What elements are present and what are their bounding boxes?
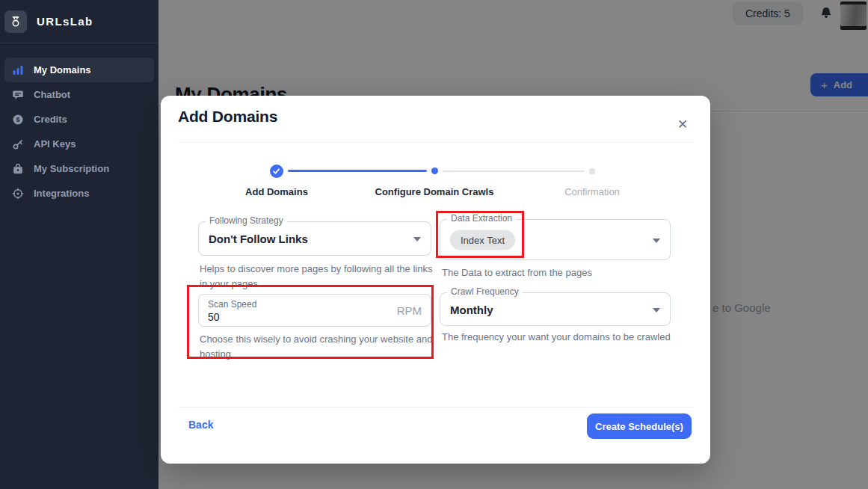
step-active-dot — [431, 167, 438, 174]
chat-icon — [12, 89, 24, 101]
data-extraction-highlight-box — [436, 211, 524, 258]
sidebar-item-label: My Domains — [34, 64, 91, 76]
step-upcoming-dot — [589, 168, 595, 174]
modal-title-divider — [179, 142, 692, 143]
sidebar-item-my-subscription[interactable]: My Subscription — [4, 156, 154, 181]
integrations-gear-icon — [12, 188, 24, 200]
step-label-confirmation: Confirmation — [532, 186, 652, 200]
sidebar-item-label: Credits — [34, 114, 67, 125]
step-label-configure-domain-crawls: Configure Domain Crawls — [352, 186, 517, 200]
bar-chart-icon — [12, 64, 24, 76]
crawl-frequency-value: Monthly — [450, 303, 493, 316]
scan-speed-highlight-box — [187, 285, 434, 359]
modal-title: Add Domains — [178, 108, 277, 126]
close-icon[interactable]: ✕ — [674, 115, 692, 133]
chevron-down-icon — [653, 239, 660, 243]
following-strategy-label: Following Strategy — [206, 215, 287, 226]
crawl-frequency-help: The frequency your want your domains to … — [442, 330, 673, 345]
stepper-connector-idle — [443, 170, 585, 172]
sidebar-item-chatbot[interactable]: Chatbot — [4, 82, 154, 107]
subscription-bag-icon — [12, 163, 24, 175]
sidebar-item-credits[interactable]: $ Credits — [4, 107, 154, 132]
chevron-down-icon — [653, 308, 660, 313]
sidebar-nav: My Domains Chatbot $ Credits API Keys My… — [0, 43, 158, 206]
sidebar-item-integrations[interactable]: Integrations — [4, 181, 154, 206]
chevron-down-icon — [413, 237, 421, 242]
stepper-connector-active — [288, 170, 427, 172]
step-label-add-domains: Add Domains — [217, 186, 336, 200]
sidebar-item-my-domains[interactable]: My Domains — [4, 58, 154, 82]
dollar-coin-icon: $ — [12, 114, 24, 126]
modal-footer-divider — [179, 407, 692, 408]
brand-logo: URLsLab — [0, 0, 158, 43]
crawl-frequency-label: Crawl Frequency — [447, 286, 523, 297]
sidebar: URLsLab My Domains Chatbot $ Credits API… — [0, 0, 158, 489]
sidebar-item-api-keys[interactable]: API Keys — [4, 132, 154, 156]
create-schedules-button[interactable]: Create Schedule(s) — [587, 413, 692, 439]
add-domains-modal: Add Domains ✕ Add Domains Configure Doma… — [161, 96, 710, 464]
back-button[interactable]: Back — [188, 419, 213, 431]
sidebar-item-label: Chatbot — [34, 89, 70, 100]
brand-name: URLsLab — [37, 15, 93, 28]
sidebar-item-label: My Subscription — [34, 163, 109, 174]
key-icon — [12, 138, 24, 150]
following-strategy-select[interactable]: Following Strategy Don't Follow Links — [198, 221, 431, 256]
step-complete-check-icon — [270, 164, 283, 178]
following-strategy-value: Don't Follow Links — [209, 233, 308, 245]
sidebar-item-label: API Keys — [34, 138, 76, 150]
urlslab-flask-icon — [4, 10, 27, 33]
crawl-frequency-select[interactable]: Crawl Frequency Monthly — [440, 292, 671, 326]
sidebar-item-label: Integrations — [34, 188, 89, 199]
svg-text:$: $ — [16, 116, 19, 123]
data-extraction-help: The Data to extract from the pages — [442, 265, 666, 280]
